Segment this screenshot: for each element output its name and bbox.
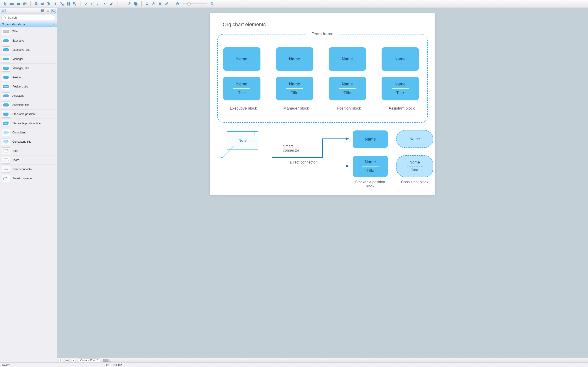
- routing-icon[interactable]: [109, 1, 114, 6]
- assistant-block-title[interactable]: NameTitle: [382, 77, 419, 100]
- shape-assistant[interactable]: Assistant: [0, 91, 57, 100]
- executive-block-title[interactable]: NameTitle: [223, 77, 260, 100]
- col-label-position: Position block: [329, 106, 369, 111]
- svg-rect-58: [3, 159, 9, 161]
- close-panel-icon[interactable]: ×: [52, 23, 55, 26]
- svg-rect-22: [122, 3, 124, 5]
- tree-add-icon[interactable]: [72, 1, 77, 6]
- double-arrow-icon[interactable]: [102, 1, 108, 6]
- list-view-icon[interactable]: [46, 9, 50, 13]
- tree-vertical-icon[interactable]: [53, 1, 58, 6]
- page-prev-icon[interactable]: ◀: [65, 359, 68, 362]
- shape-executive-title[interactable]: Executive, title: [0, 45, 57, 54]
- col-label-manager: Manager block: [276, 106, 316, 111]
- smart-connector-label: Smart connector: [283, 144, 306, 152]
- svg-rect-34: [3, 30, 9, 33]
- spline-icon[interactable]: [96, 1, 102, 6]
- manager-block[interactable]: Name: [276, 47, 313, 71]
- search-field[interactable]: [8, 16, 53, 19]
- svg-point-63: [221, 157, 223, 159]
- shape-assistant-title[interactable]: Assistant, title: [0, 100, 57, 109]
- svg-rect-37: [3, 40, 9, 42]
- rotate-icon[interactable]: [127, 1, 132, 6]
- shape-manager[interactable]: Manager: [0, 54, 57, 64]
- svg-rect-7: [43, 3, 44, 3]
- stackable-name-block[interactable]: Name: [353, 130, 388, 148]
- canvas-stage[interactable]: Org chart elements Team frame Name Name …: [57, 8, 588, 358]
- shape-consultant-title[interactable]: Consultant, title: [0, 137, 57, 146]
- rect-shape-icon[interactable]: [9, 1, 15, 6]
- sidebar-header: [0, 8, 57, 14]
- position-block-title[interactable]: NameTitle: [329, 77, 366, 100]
- shape-executive[interactable]: Executive: [0, 36, 57, 45]
- text-box-icon[interactable]: [22, 1, 28, 6]
- executive-block[interactable]: Name: [223, 47, 260, 71]
- pointer-icon[interactable]: [3, 1, 8, 6]
- stackable-name-title-block[interactable]: NameTitle: [353, 156, 388, 177]
- direct-connector[interactable]: [277, 164, 350, 168]
- svg-point-32: [53, 10, 54, 11]
- consultant-name-pill[interactable]: Name: [396, 130, 433, 148]
- library-view-icon[interactable]: [1, 9, 6, 13]
- group-icon[interactable]: [133, 1, 139, 6]
- page-thumbs[interactable]: [103, 359, 111, 362]
- shape-position[interactable]: Position: [0, 73, 57, 82]
- consultant-name-title-pill[interactable]: Name Title: [396, 155, 433, 177]
- tree-right-icon[interactable]: [40, 1, 45, 6]
- zoom-slider[interactable]: [182, 3, 208, 4]
- shape-title[interactable]: Title: [0, 27, 57, 36]
- position-block[interactable]: Name: [329, 47, 366, 71]
- shape-team[interactable]: Team: [0, 156, 57, 165]
- assistant-block[interactable]: Name: [382, 47, 419, 71]
- zoom-fit-icon[interactable]: [144, 1, 150, 6]
- svg-point-33: [4, 17, 6, 18]
- page-pause-icon[interactable]: ∥: [59, 359, 62, 362]
- tree-branch-icon[interactable]: [59, 1, 65, 6]
- grid-view-icon[interactable]: [40, 9, 45, 13]
- svg-marker-60: [7, 168, 8, 170]
- svg-line-62: [222, 146, 234, 158]
- svg-rect-9: [48, 2, 49, 3]
- shape-position-title[interactable]: Position, title: [0, 82, 57, 91]
- resize-icon[interactable]: [120, 1, 126, 6]
- eyedropper-icon[interactable]: [164, 1, 169, 6]
- panel-header[interactable]: Organizational chart ×: [0, 22, 57, 27]
- shape-stackable[interactable]: Stackable position: [0, 109, 57, 119]
- shape-stackable-title[interactable]: Stackable position, title: [0, 119, 57, 128]
- svg-marker-66: [346, 165, 349, 167]
- hand-pan-icon[interactable]: [151, 1, 156, 6]
- manager-block-title[interactable]: NameTitle: [276, 77, 313, 100]
- drawing-page[interactable]: Org chart elements Team frame Name Name …: [210, 13, 435, 195]
- page-next-icon[interactable]: ▶: [72, 359, 75, 362]
- zoom-out-icon[interactable]: [175, 1, 180, 6]
- note-leader-icon: [220, 145, 235, 160]
- shape-consultant[interactable]: Consultant: [0, 128, 57, 137]
- svg-rect-16: [67, 4, 68, 5]
- tree-step-icon[interactable]: [46, 1, 52, 6]
- search-view-icon[interactable]: [51, 9, 56, 13]
- zoom-readout[interactable]: Custom 97%⌃: [78, 359, 100, 362]
- shape-note[interactable]: Note: [0, 146, 57, 156]
- svg-marker-61: [7, 177, 7, 178]
- shape-direct-connector[interactable]: Direct connector: [0, 165, 57, 174]
- shape-manager-title[interactable]: Manager, title: [0, 64, 57, 73]
- search-input[interactable]: [1, 15, 55, 20]
- ellipse-shape-icon[interactable]: [16, 1, 21, 6]
- svg-rect-18: [73, 2, 75, 3]
- line-icon[interactable]: [83, 1, 89, 6]
- zoom-in-icon[interactable]: [209, 1, 215, 6]
- svg-rect-8: [43, 4, 44, 5]
- note-shape[interactable]: Note: [227, 131, 258, 150]
- team-frame[interactable]: Team frame Name Name Name Name NameTitle…: [217, 34, 428, 123]
- sidebar: Organizational chart × Title Executive E…: [0, 8, 57, 362]
- svg-rect-40: [3, 58, 9, 60]
- page-title: Org chart elements: [223, 22, 266, 28]
- stamp-icon[interactable]: [157, 1, 163, 6]
- svg-rect-0: [11, 3, 13, 5]
- tree-grid-icon[interactable]: [66, 1, 71, 6]
- toolbar-group-zoomtools: [143, 1, 170, 6]
- svg-rect-46: [3, 95, 9, 97]
- shape-smart-connector[interactable]: Smart connector: [0, 174, 57, 183]
- arc-icon[interactable]: [90, 1, 95, 6]
- tree-down-icon[interactable]: [33, 1, 39, 6]
